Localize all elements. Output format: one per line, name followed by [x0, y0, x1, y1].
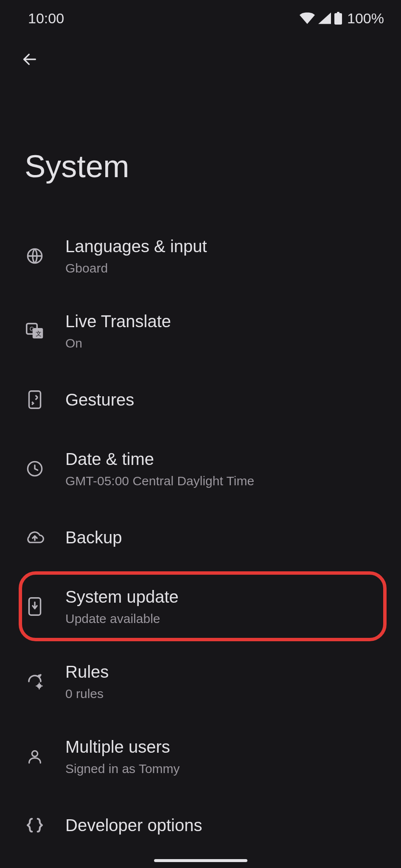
- svg-point-10: [38, 684, 41, 687]
- battery-percentage: 100%: [347, 10, 384, 27]
- translate-icon: G文: [25, 322, 44, 340]
- cloud-upload-icon: [25, 528, 44, 547]
- settings-item-multiple-users[interactable]: Multiple users Signed in as Tommy: [0, 719, 401, 794]
- item-title: Date & time: [65, 448, 254, 470]
- item-subtitle: GMT-05:00 Central Daylight Time: [65, 473, 254, 489]
- battery-icon: [334, 12, 342, 25]
- item-subtitle: Gboard: [65, 260, 207, 276]
- settings-item-system-update[interactable]: System update Update available: [0, 569, 401, 644]
- settings-list: Languages & input Gboard G文 Live Transla…: [0, 218, 401, 857]
- item-title: Gestures: [65, 389, 134, 411]
- arrow-left-icon: [21, 51, 38, 68]
- item-title: Rules: [65, 661, 109, 683]
- status-bar: 10:00 100%: [0, 0, 401, 34]
- item-title: Languages & input: [65, 235, 207, 257]
- item-subtitle: Signed in as Tommy: [65, 760, 180, 777]
- page-title: System: [0, 72, 401, 218]
- clock-icon: [25, 459, 44, 478]
- back-button[interactable]: [17, 47, 42, 72]
- item-title: Live Translate: [65, 310, 171, 332]
- item-subtitle: Update available: [65, 610, 179, 627]
- item-title: Developer options: [65, 814, 202, 836]
- item-subtitle: On: [65, 335, 171, 351]
- svg-rect-7: [29, 391, 40, 409]
- item-title: Multiple users: [65, 736, 180, 758]
- svg-point-11: [32, 751, 37, 756]
- settings-item-gestures[interactable]: Gestures: [0, 368, 401, 431]
- settings-item-backup[interactable]: Backup: [0, 506, 401, 569]
- globe-icon: [25, 247, 44, 265]
- settings-item-languages-input[interactable]: Languages & input Gboard: [0, 218, 401, 293]
- svg-text:文: 文: [36, 330, 42, 337]
- item-subtitle: 0 rules: [65, 685, 109, 702]
- item-title: Backup: [65, 526, 122, 548]
- braces-icon: [25, 816, 44, 835]
- gestures-icon: [25, 390, 44, 409]
- settings-item-developer-options[interactable]: Developer options: [0, 794, 401, 857]
- cellular-icon: [318, 12, 331, 24]
- navigation-indicator: [154, 859, 247, 862]
- status-icons: 100%: [300, 10, 384, 27]
- rules-icon: [25, 672, 44, 691]
- status-time: 10:00: [28, 10, 64, 27]
- wifi-icon: [300, 12, 315, 24]
- settings-item-live-translate[interactable]: G文 Live Translate On: [0, 293, 401, 368]
- phone-download-icon: [25, 597, 44, 616]
- svg-rect-0: [334, 13, 342, 25]
- svg-rect-1: [337, 12, 339, 14]
- person-icon: [25, 747, 44, 766]
- item-title: System update: [65, 586, 179, 608]
- settings-item-rules[interactable]: Rules 0 rules: [0, 644, 401, 719]
- settings-item-date-time[interactable]: Date & time GMT-05:00 Central Daylight T…: [0, 431, 401, 506]
